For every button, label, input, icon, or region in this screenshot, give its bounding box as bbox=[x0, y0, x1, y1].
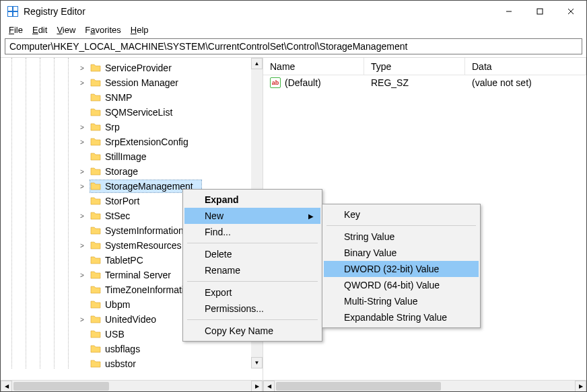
tree-item-label: SQMServiceList bbox=[105, 107, 172, 118]
tree-hscroll-track[interactable] bbox=[12, 381, 251, 392]
menu-separator bbox=[187, 281, 318, 282]
menu-item[interactable]: Multi-String Value bbox=[324, 293, 479, 309]
tree-item-label: USB bbox=[105, 329, 125, 340]
tree-item-label: Storage bbox=[105, 166, 138, 177]
menu-item[interactable]: Find... bbox=[184, 224, 320, 240]
value-name: (Default) bbox=[285, 77, 321, 88]
menu-item[interactable]: Export bbox=[184, 284, 320, 301]
menu-item[interactable]: Delete bbox=[184, 246, 320, 262]
expand-icon[interactable]: > bbox=[78, 124, 86, 131]
tree-guide-line bbox=[26, 58, 26, 368]
folder-icon bbox=[90, 122, 101, 132]
tree-context-menu[interactable]: ExpandNew▶Find...DeleteRenameExportPermi… bbox=[182, 189, 322, 342]
tree-item-label-wrap: Srp bbox=[90, 121, 120, 133]
list-header: Name Type Data bbox=[263, 58, 586, 75]
expand-icon[interactable]: > bbox=[78, 242, 86, 249]
list-hscroll-thumb[interactable] bbox=[276, 382, 441, 391]
svg-rect-6 bbox=[537, 9, 543, 14]
expand-icon[interactable]: > bbox=[78, 139, 86, 146]
scroll-left-button[interactable]: ◀ bbox=[263, 381, 275, 392]
menu-separator bbox=[187, 319, 318, 320]
menu-separator bbox=[326, 225, 476, 226]
scroll-right-button[interactable]: ▶ bbox=[575, 381, 586, 392]
menu-item[interactable]: String Value bbox=[324, 229, 479, 245]
menu-item[interactable]: Key bbox=[324, 206, 479, 223]
folder-icon bbox=[90, 344, 101, 354]
tree-item-label-wrap: UnitedVideo bbox=[90, 313, 156, 325]
folder-icon bbox=[90, 240, 101, 251]
maximize-button[interactable] bbox=[524, 1, 555, 22]
tree-item-label-wrap: Ubpm bbox=[90, 299, 130, 311]
expand-icon[interactable]: > bbox=[78, 65, 86, 72]
list-horizontal-scrollbar[interactable]: ◀ ▶ bbox=[263, 380, 586, 391]
tree-item-label: TabletPC bbox=[105, 255, 143, 266]
menu-favorites[interactable]: Favorites bbox=[81, 24, 125, 36]
menu-help[interactable]: Help bbox=[127, 24, 153, 36]
tree-item-label-wrap: ServiceProvider bbox=[90, 62, 172, 74]
svg-rect-4 bbox=[13, 12, 18, 16]
folder-icon bbox=[90, 299, 101, 310]
tree-hscroll-thumb[interactable] bbox=[13, 382, 109, 391]
tree-item-label-wrap: StorPort bbox=[90, 195, 139, 207]
col-header-data[interactable]: Data bbox=[465, 58, 586, 75]
col-header-type[interactable]: Type bbox=[364, 58, 465, 75]
reg-sz-icon: ab bbox=[270, 77, 281, 88]
svg-rect-1 bbox=[8, 7, 12, 11]
scroll-right-button[interactable]: ▶ bbox=[251, 381, 263, 392]
title-bar: Registry Editor bbox=[1, 1, 586, 22]
tree-item-label: Terminal Server bbox=[105, 270, 171, 280]
expand-icon[interactable]: > bbox=[78, 79, 86, 87]
close-button[interactable] bbox=[555, 1, 586, 22]
folder-icon bbox=[90, 181, 101, 192]
menu-item[interactable]: Rename bbox=[184, 262, 320, 278]
folder-icon bbox=[90, 314, 101, 325]
tree-item-label: UnitedVideo bbox=[105, 314, 156, 325]
tree-item-label-wrap: StillImage bbox=[90, 151, 146, 163]
value-row[interactable]: ab(Default)REG_SZ(value not set) bbox=[263, 75, 586, 90]
menu-item[interactable]: Binary Value bbox=[324, 245, 479, 261]
tree-item-label-wrap: Storage bbox=[90, 165, 138, 178]
address-bar[interactable]: Computer\HKEY_LOCAL_MACHINE\SYSTEM\Curre… bbox=[5, 38, 582, 54]
tree-item-label: TimeZoneInformation bbox=[105, 284, 195, 295]
tree-item-label-wrap: usbflags bbox=[90, 343, 140, 355]
minimize-button[interactable] bbox=[493, 1, 524, 22]
menu-file[interactable]: File bbox=[5, 24, 27, 36]
submenu-arrow-icon: ▶ bbox=[308, 212, 314, 220]
tree-horizontal-scrollbar[interactable]: ◀ ▶ bbox=[1, 380, 263, 391]
col-header-name[interactable]: Name bbox=[263, 58, 364, 75]
menu-item[interactable]: DWORD (32-bit) Value bbox=[324, 261, 479, 277]
tree-item-label: StorageManagement bbox=[105, 181, 193, 192]
menu-item[interactable]: Copy Key Name bbox=[184, 323, 320, 339]
folder-icon bbox=[90, 255, 101, 266]
tree-item-label-wrap: SystemResources bbox=[90, 239, 182, 251]
tree-item-label-wrap: Session Manager bbox=[90, 77, 178, 89]
scroll-left-button[interactable]: ◀ bbox=[1, 381, 12, 392]
list-hscroll-track[interactable] bbox=[275, 381, 575, 392]
folder-icon bbox=[90, 196, 101, 206]
expand-icon[interactable]: > bbox=[78, 316, 86, 323]
scroll-up-button[interactable]: ▲ bbox=[251, 58, 263, 69]
folder-icon bbox=[90, 166, 101, 177]
tree-item-label: usbstor bbox=[105, 358, 136, 369]
tree-item-label-wrap: SNMP bbox=[90, 91, 132, 104]
menu-item[interactable]: Permissions... bbox=[184, 301, 320, 317]
svg-rect-3 bbox=[8, 12, 12, 16]
tree-item-label-wrap: SrpExtensionConfig bbox=[90, 136, 188, 148]
app-icon bbox=[7, 6, 18, 17]
expand-icon[interactable]: > bbox=[78, 212, 86, 220]
window-title: Registry Editor bbox=[24, 6, 488, 17]
folder-icon bbox=[90, 210, 101, 221]
menu-item[interactable]: Expandable String Value bbox=[324, 309, 479, 325]
scroll-down-button[interactable]: ▼ bbox=[251, 357, 263, 368]
menu-item[interactable]: QWORD (64-bit) Value bbox=[324, 277, 479, 293]
new-submenu[interactable]: KeyString ValueBinary ValueDWORD (32-bit… bbox=[322, 204, 481, 328]
tree-guide-line bbox=[11, 58, 12, 368]
menu-edit[interactable]: Edit bbox=[28, 24, 51, 36]
menu-item[interactable]: New▶ bbox=[184, 208, 320, 224]
tree-guide-line bbox=[40, 58, 40, 368]
menu-view[interactable]: View bbox=[53, 24, 79, 36]
menu-item[interactable]: Expand bbox=[184, 192, 320, 208]
expand-icon[interactable]: > bbox=[78, 272, 86, 279]
expand-icon[interactable]: > bbox=[78, 168, 86, 175]
expand-icon[interactable]: > bbox=[78, 183, 86, 190]
